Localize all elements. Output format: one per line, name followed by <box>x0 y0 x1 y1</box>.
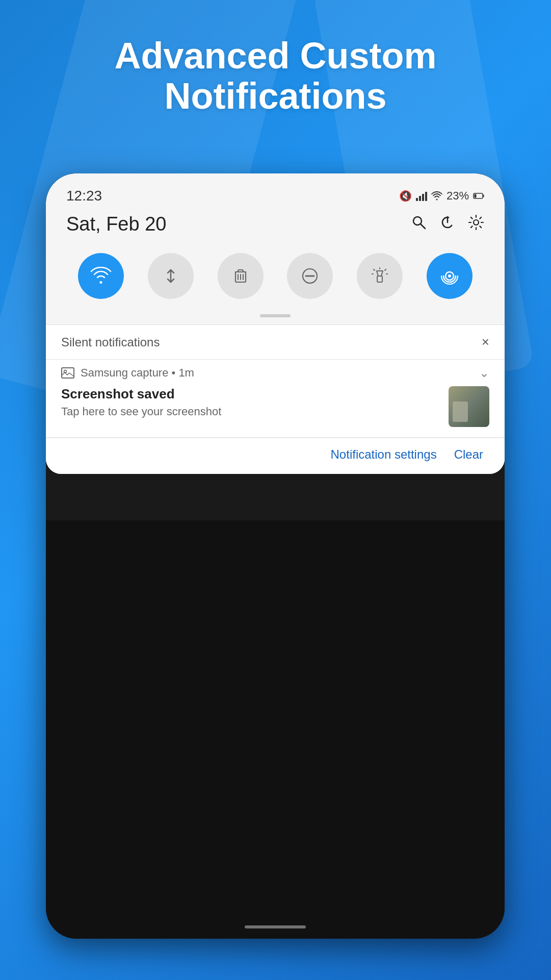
svg-point-20 <box>448 274 451 278</box>
settings-icon[interactable] <box>468 214 484 235</box>
page-title: Advanced Custom Notifications <box>0 36 551 116</box>
notification-subtitle: Tap here to see your screenshot <box>61 405 221 418</box>
status-bar: 12:23 🔇 23% <box>46 173 505 209</box>
battery-percent: 23% <box>447 189 469 203</box>
drag-handle-container <box>46 309 505 324</box>
wifi-status-icon <box>431 191 442 200</box>
status-icons: 🔇 23% <box>399 189 484 203</box>
phone-screen <box>46 520 505 939</box>
phone-frame: 12:23 🔇 23% <box>46 173 505 939</box>
notification-actions: Notification settings Clear <box>46 438 505 474</box>
qs-torch-button[interactable] <box>357 253 403 299</box>
qs-nfc-button[interactable] <box>427 253 473 299</box>
status-time: 12:23 <box>66 188 102 204</box>
qs-dnd-button[interactable] <box>287 253 333 299</box>
notification-thumbnail <box>449 386 489 427</box>
svg-point-7 <box>474 220 479 225</box>
power-icon[interactable] <box>439 214 456 235</box>
silent-close-button[interactable]: × <box>482 334 489 350</box>
notification-card[interactable]: Samsung capture • 1m ⌄ Screenshot saved … <box>46 360 505 437</box>
screenshot-icon <box>61 366 74 380</box>
svg-rect-1 <box>483 195 484 197</box>
home-indicator <box>245 925 306 928</box>
drag-handle[interactable] <box>260 314 291 317</box>
silent-label: Silent notifications <box>61 335 160 349</box>
notification-expand-icon[interactable]: ⌄ <box>479 366 489 380</box>
svg-rect-13 <box>377 276 382 282</box>
notification-app-row: Samsung capture • 1m ⌄ <box>46 360 505 384</box>
svg-rect-21 <box>62 368 74 378</box>
svg-line-16 <box>385 269 386 270</box>
silent-notifications-header: Silent notifications × <box>46 325 505 359</box>
date-action-icons <box>411 214 484 235</box>
qs-wifi-button[interactable] <box>78 253 124 299</box>
notification-text: Screenshot saved Tap here to see your sc… <box>61 386 221 418</box>
signal-icon <box>416 191 427 201</box>
clear-button[interactable]: Clear <box>448 444 489 465</box>
battery-icon <box>473 192 484 199</box>
notification-title: Screenshot saved <box>61 386 221 402</box>
notification-app-info: Samsung capture • 1m <box>61 366 194 380</box>
date-display: Sat, Feb 20 <box>66 213 166 235</box>
svg-line-15 <box>374 269 375 270</box>
mute-icon: 🔇 <box>399 190 412 202</box>
notification-panel: 12:23 🔇 23% <box>46 173 505 474</box>
date-row: Sat, Feb 20 <box>46 209 505 245</box>
qs-sync-button[interactable] <box>148 253 194 299</box>
quick-settings-row <box>46 245 505 309</box>
svg-rect-2 <box>475 194 477 198</box>
qs-recycle-button[interactable] <box>218 253 264 299</box>
notification-app-name: Samsung capture • 1m <box>81 366 194 380</box>
notification-content: Screenshot saved Tap here to see your sc… <box>46 384 505 437</box>
search-icon[interactable] <box>411 214 427 235</box>
svg-line-4 <box>421 224 425 229</box>
notification-settings-button[interactable]: Notification settings <box>325 444 443 465</box>
